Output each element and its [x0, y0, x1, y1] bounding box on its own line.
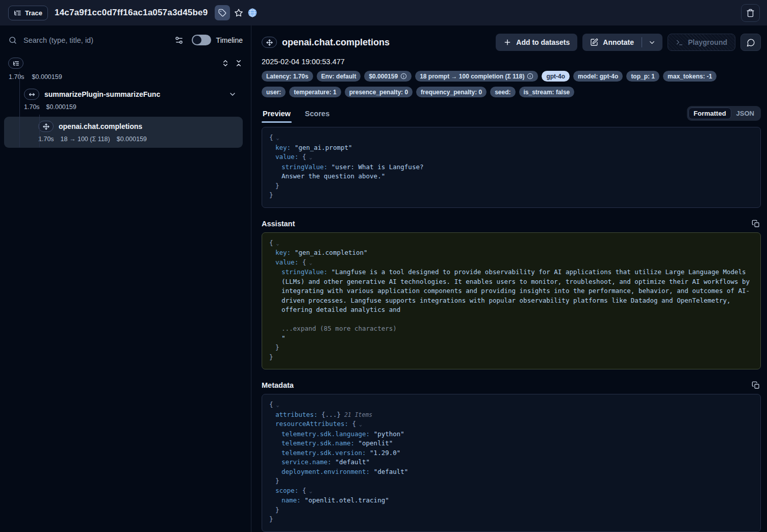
- assistant-section-header: Assistant: [262, 220, 760, 228]
- code-token: }: [275, 343, 279, 351]
- annotate-button[interactable]: Annotate: [582, 34, 642, 51]
- code-token: 21 Items: [341, 411, 372, 418]
- badges-row-2: user:temperature: 1presence_penalty: 0fr…: [262, 87, 761, 97]
- trace-id: 14c7a9f1cc0d7ff16ac1a057a3d45be9: [55, 8, 208, 18]
- code-line: value: { ⌄: [269, 152, 753, 163]
- param-badge: Latency: 1.70s: [262, 71, 313, 82]
- code-line: attributes: {...} 21 Items: [269, 410, 753, 420]
- tag-icon: [218, 9, 226, 17]
- format-formatted-option[interactable]: Formatted: [688, 108, 731, 119]
- tree-item-span[interactable]: summarizePlugin-summarizeFunc 1.70s $0.0…: [8, 89, 243, 111]
- code-line: stringValue: "Langfuse is a tool designe…: [269, 268, 753, 315]
- add-to-datasets-button[interactable]: Add to datasets: [496, 34, 577, 51]
- collapse-all-icon: [235, 59, 243, 67]
- terminal-icon: [676, 39, 683, 46]
- public-globe-button[interactable]: [247, 8, 258, 18]
- code-token: name:: [282, 496, 304, 504]
- collapse-caret-icon[interactable]: ⌄: [273, 402, 279, 408]
- code-line: ": [269, 334, 753, 343]
- search-input[interactable]: [22, 36, 169, 45]
- collapse-caret-icon[interactable]: ⌄: [306, 260, 312, 265]
- collapse-caret-icon[interactable]: ⌄: [306, 488, 312, 494]
- tab-preview[interactable]: Preview: [262, 110, 292, 123]
- chevron-down-icon[interactable]: [228, 90, 237, 98]
- param-badge-label: Latency: 1.70s: [266, 73, 309, 80]
- tree-connector-line: [19, 72, 20, 147]
- param-badge: model: gpt-4o: [573, 71, 623, 82]
- code-line: ...expand (85 more characters): [269, 324, 753, 334]
- param-badge: 18 prompt → 100 completion (Σ 118): [415, 71, 538, 82]
- tag-button[interactable]: [215, 5, 230, 20]
- code-token: "default": [335, 458, 370, 466]
- tab-scores[interactable]: Scores: [304, 110, 330, 123]
- code-line: [269, 315, 753, 325]
- chat-bubble-icon: [747, 38, 755, 47]
- code-token: stringValue:: [282, 268, 331, 276]
- span-label: summarizePlugin-summarizeFunc: [44, 90, 160, 98]
- observation-timestamp: 2025-02-04 19:00:53.477: [262, 58, 761, 66]
- param-badge-label: Env: default: [321, 73, 356, 80]
- metadata-section-header: Metadata: [262, 381, 760, 389]
- code-line: }: [269, 191, 753, 200]
- trace-cost: $0.000159: [32, 73, 62, 81]
- content: Timeline: [0, 25, 767, 532]
- copy-assistant-button[interactable]: [752, 220, 760, 228]
- trash-icon: [746, 9, 755, 17]
- param-badge-label: max_tokens: -1: [668, 73, 712, 80]
- expand-link[interactable]: ...expand (85 more characters): [282, 325, 397, 332]
- format-json-option[interactable]: JSON: [731, 108, 759, 119]
- collapse-caret-icon[interactable]: ⌄: [306, 154, 312, 160]
- code-line: key: "gen_ai.prompt": [269, 143, 753, 153]
- collapse-caret-icon[interactable]: ⌄: [356, 421, 362, 427]
- expand-all-icon: [221, 59, 229, 67]
- assistant-section-title: Assistant: [262, 220, 295, 228]
- view-settings-button[interactable]: [174, 36, 184, 45]
- comments-button[interactable]: [740, 34, 761, 51]
- generation-duration: 1.70s: [38, 136, 54, 143]
- expand-all-button[interactable]: [221, 59, 229, 67]
- param-badge: presence_penalty: 0: [345, 87, 413, 97]
- code-token: key:: [275, 249, 295, 256]
- code-token: attributes:: [275, 411, 321, 418]
- param-badge-label: model: gpt-4o: [578, 73, 618, 80]
- collapse-caret-icon[interactable]: ⌄: [273, 135, 279, 141]
- annotate-pen-icon: [590, 38, 598, 46]
- playground-button: Playground: [668, 34, 735, 51]
- globe-icon: [247, 8, 258, 18]
- annotate-menu-button[interactable]: [642, 34, 662, 51]
- code-token: }: [269, 353, 273, 361]
- code-token: }: [275, 182, 279, 190]
- timeline-toggle[interactable]: [192, 35, 211, 45]
- tabs: Preview Scores: [262, 110, 330, 123]
- trace-root-node[interactable]: [8, 58, 23, 69]
- collapse-caret-icon[interactable]: ⌄: [273, 241, 279, 246]
- code-token: deployment.environment:: [282, 468, 374, 475]
- code-token: "default": [374, 468, 408, 475]
- param-badge: temperature: 1: [289, 87, 341, 97]
- code-token: scope:: [275, 487, 302, 494]
- code-token: ": [282, 334, 286, 342]
- trace-tree: 1.70s $0.000159 summarizePlugin-summariz…: [8, 58, 243, 148]
- copy-metadata-button[interactable]: [752, 381, 760, 389]
- code-token: "Langfuse is a tool designed to provide …: [282, 268, 754, 313]
- observation-title: openai.chat.completions: [282, 37, 390, 48]
- tree-connector-line: [39, 115, 40, 147]
- tabs-row: Preview Scores Formatted JSON: [262, 106, 761, 123]
- search-row: Timeline: [8, 35, 243, 45]
- tree-item-generation-selected[interactable]: openai.chat.completions 1.70s 18 → 100 (…: [4, 117, 243, 148]
- code-token: key:: [275, 144, 295, 151]
- delete-trace-button[interactable]: [741, 4, 760, 22]
- list-tree-icon: [14, 9, 21, 17]
- collapse-all-button[interactable]: [235, 59, 243, 67]
- code-line: { ⌄: [269, 133, 753, 143]
- star-bookmark-button[interactable]: [231, 5, 246, 20]
- plus-icon: [503, 38, 512, 46]
- tree-root-row: [8, 58, 243, 69]
- code-token: value:: [275, 258, 302, 266]
- metadata-section-title: Metadata: [262, 381, 294, 389]
- prompt-json-block: { ⌄key: "gen_ai.prompt"value: { ⌄stringV…: [262, 127, 761, 208]
- generation-label: openai.chat.completions: [59, 122, 142, 130]
- code-line: }: [269, 343, 753, 353]
- param-badge-label: presence_penalty: 0: [349, 89, 408, 96]
- span-duration: 1.70s: [24, 103, 40, 111]
